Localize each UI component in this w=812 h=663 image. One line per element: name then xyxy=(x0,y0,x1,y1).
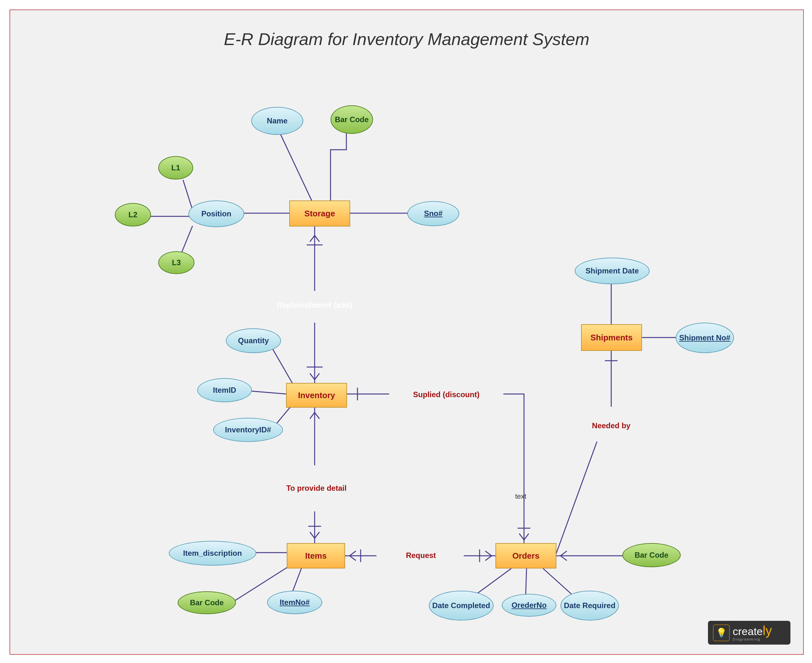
svg-line-29 xyxy=(556,441,597,555)
svg-line-0 xyxy=(277,126,315,207)
svg-line-10 xyxy=(248,391,286,394)
page: E-R Diagram for Inventory Management Sys… xyxy=(0,0,812,663)
label: OrederNo xyxy=(512,601,547,610)
label: Date Required xyxy=(564,601,616,610)
rel-replenishment: Replenishment (add) xyxy=(273,286,356,324)
text-label: text xyxy=(515,492,526,501)
label: Suplied (discount) xyxy=(411,390,481,399)
attr-shipment-date: Shipment Date xyxy=(575,257,650,284)
attr-barcode-storage: Bar Code xyxy=(331,105,373,134)
lightbulb-icon: 💡 xyxy=(713,624,730,641)
attr-shipment-no: Shipment No# xyxy=(676,323,734,353)
attr-l2: L2 xyxy=(115,203,151,226)
label: Replenishment (add) xyxy=(275,301,354,310)
entity-items: Items xyxy=(287,543,345,568)
rel-to-provide-detail: To provide detail xyxy=(243,461,390,516)
logo-wordmark: creately Diagramming xyxy=(733,624,772,641)
logo-brand: create xyxy=(733,626,763,637)
attr-position: Position xyxy=(189,201,244,227)
logo-suffix: ly xyxy=(763,624,772,637)
svg-line-9 xyxy=(270,345,294,386)
rel-request: Request xyxy=(375,535,467,576)
attr-inventoryid: InventoryID# xyxy=(213,418,283,442)
label: ItemNo# xyxy=(280,598,310,607)
attr-itemno: ItemNo# xyxy=(267,591,322,614)
logo-sub: Diagramming xyxy=(733,638,772,641)
attr-name: Name xyxy=(251,107,303,135)
label: Bar Code xyxy=(335,115,369,125)
attr-itemid: ItemID xyxy=(197,378,252,402)
label: To provide detail xyxy=(284,484,348,493)
attr-barcode-orders: Bar Code xyxy=(622,543,681,567)
label: Date Completed xyxy=(432,601,491,610)
diagram-frame: E-R Diagram for Inventory Management Sys… xyxy=(10,10,804,655)
entity-inventory: Inventory xyxy=(286,383,347,408)
attr-sno: Sno# xyxy=(407,201,459,226)
attr-item-description: Item_discription xyxy=(169,541,256,566)
entity-orders: Orders xyxy=(496,543,556,568)
attr-l1: L1 xyxy=(158,156,193,179)
rel-needed-by: Needed by xyxy=(565,407,657,445)
label: Request xyxy=(404,551,438,560)
attr-date-completed: Date Completed xyxy=(429,591,494,621)
svg-line-3 xyxy=(183,180,192,210)
attr-date-required: Date Required xyxy=(560,591,619,621)
attr-quantity: Quantity xyxy=(226,328,281,353)
entity-shipments: Shipments xyxy=(581,324,642,351)
label: Needed by xyxy=(590,421,632,430)
attr-orderno: OrederNo xyxy=(502,594,556,617)
attr-l3: L3 xyxy=(158,251,194,274)
label: Sno# xyxy=(424,209,443,218)
creately-logo: 💡 creately Diagramming xyxy=(708,621,791,645)
entity-storage: Storage xyxy=(289,201,350,226)
attr-barcode-items: Bar Code xyxy=(178,591,236,614)
label: Shipment No# xyxy=(679,333,730,343)
rel-supplied: Suplied (discount) xyxy=(389,374,504,416)
